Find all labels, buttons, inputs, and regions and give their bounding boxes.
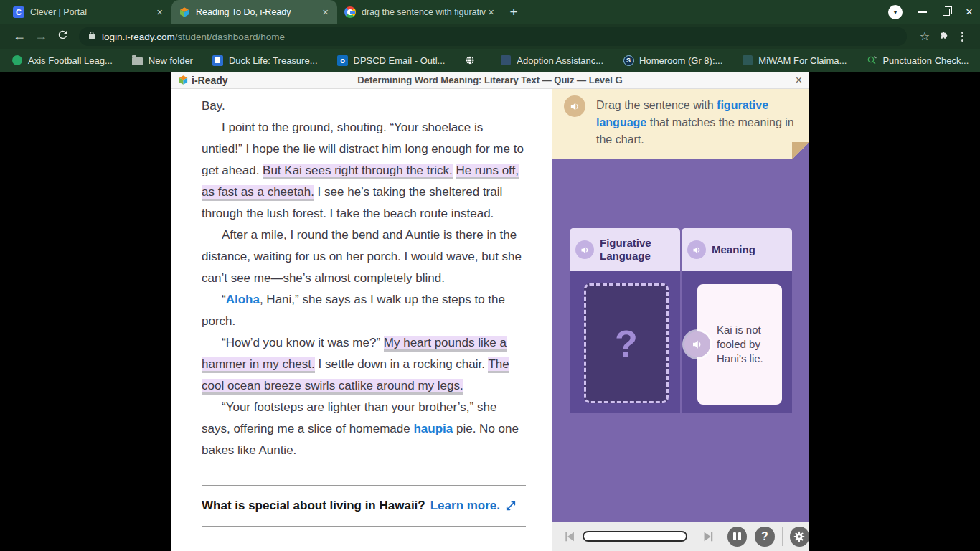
ducklife-favicon: [212, 55, 223, 66]
menu-dots-icon[interactable]: [953, 32, 971, 42]
passage-paragraph: “How’d you know it was me?” My heart pou…: [202, 332, 526, 397]
bookmarks-bar: Axis Football Leag...New folderDuck Life…: [0, 49, 980, 72]
forward-icon[interactable]: →: [30, 29, 52, 44]
url-host: login.i-ready.com: [102, 32, 175, 42]
help-button[interactable]: ?: [755, 527, 774, 547]
page-background: i-Ready Determining Word Meaning: Litera…: [0, 72, 980, 551]
window-close-icon[interactable]: ×: [966, 6, 973, 18]
reload-icon[interactable]: [52, 29, 73, 44]
browser-tab-0[interactable]: CClever | Portal×: [6, 0, 171, 24]
tab-close-icon[interactable]: ×: [321, 6, 330, 17]
passage-text: Bay.: [202, 99, 225, 113]
progress-bar[interactable]: [583, 531, 688, 542]
passage-paragraph: Bay.: [202, 95, 526, 117]
meaning-card-text: Kai is not fooled by Hani’s lie.: [717, 323, 782, 366]
passage-text: Kai,: [202, 89, 226, 90]
bookmark-label: Duck Life: Treasure...: [229, 55, 318, 66]
passage-text: I settle down in a rocking chair.: [315, 357, 489, 371]
expand-icon[interactable]: [505, 500, 517, 512]
tab-title: Reading To Do, i-Ready: [196, 7, 321, 17]
passage-text: “How’d you know it was me?”: [222, 336, 384, 349]
quiz-close-icon[interactable]: ×: [796, 75, 802, 86]
extensions-icon[interactable]: [934, 31, 953, 42]
new-tab-button[interactable]: +: [503, 0, 524, 24]
bookmark-item-7[interactable]: MiWAM For Claima...: [742, 55, 847, 66]
vocab-word[interactable]: Aloha: [226, 293, 260, 306]
schoology-favicon: S: [623, 55, 634, 66]
bookmark-item-4[interactable]: [464, 55, 481, 66]
bookmark-label: Axis Football Leag...: [28, 55, 113, 66]
bookmark-item-6[interactable]: SHomeroom (Gr 8):...: [623, 55, 722, 66]
instruction-note: Drag the sentence with figurative langua…: [552, 89, 809, 159]
vocab-word[interactable]: haupia: [413, 422, 453, 435]
bookmark-item-8[interactable]: Punctuation Check...: [866, 55, 969, 66]
skip-back-icon[interactable]: [561, 529, 577, 545]
bookmark-label: Homeroom (Gr 8):...: [639, 55, 722, 66]
column-label: Meaning: [712, 243, 755, 256]
settings-button[interactable]: [790, 527, 809, 547]
instruction-text: Drag the sentence with figurative langua…: [596, 99, 794, 146]
clever-favicon: C: [13, 6, 24, 18]
header-speaker-icon[interactable]: [687, 240, 706, 259]
reading-passage: Kai, taunts me as we race to our auntie …: [171, 89, 552, 551]
restore-icon[interactable]: [943, 9, 950, 16]
vocab-word[interactable]: taunts: [226, 89, 263, 90]
bookmark-label: Adoption Assistanc...: [517, 55, 603, 66]
bookmark-label: MiWAM For Claima...: [758, 55, 847, 66]
clipped-line: Kai, taunts me as we race to our auntie …: [202, 89, 526, 95]
card-speaker-icon[interactable]: [684, 331, 710, 357]
bookmark-label: New folder: [149, 55, 193, 66]
browser-tabs: CClever | Portal×Reading To Do, i-Ready×…: [6, 0, 503, 24]
bookmark-label: DPSCD Email - Outl...: [354, 55, 446, 66]
drop-zone[interactable]: ?: [584, 283, 669, 403]
magnifier-doc-icon: [866, 55, 877, 66]
placeholder-question-mark: ?: [615, 322, 638, 365]
bookmark-item-3[interactable]: oDPSCD Email - Outl...: [337, 55, 446, 66]
quiz-header: i-Ready Determining Word Meaning: Litera…: [171, 72, 809, 89]
passage-paragraph: “Aloha, Hani,” she says as I walk up the…: [202, 289, 526, 332]
minimize-icon[interactable]: [918, 11, 927, 13]
tab-close-icon[interactable]: ×: [155, 6, 164, 17]
chart-header-figurative: Figurative Language: [570, 228, 680, 271]
draggable-sentence[interactable]: But Kai sees right through the trick.: [263, 164, 453, 179]
screen: CClever | Portal×Reading To Do, i-Ready×…: [0, 0, 980, 551]
browser-tab-2[interactable]: drag the sentence with figurativ×: [337, 0, 503, 24]
browser-tab-1[interactable]: Reading To Do, i-Ready×: [171, 0, 337, 24]
figurative-language-chart: Figurative Language Meaning: [570, 228, 792, 413]
profile-chip-icon[interactable]: ▾: [888, 5, 903, 19]
bookmark-label: Punctuation Check...: [882, 55, 969, 66]
footer-question: What is special about living in Hawaii?: [202, 495, 425, 517]
tab-title: drag the sentence with figurativ: [362, 7, 486, 17]
learn-more-link[interactable]: Learn more.: [430, 495, 500, 517]
skip-forward-icon[interactable]: [702, 529, 717, 545]
bookmark-item-5[interactable]: Adoption Assistanc...: [500, 55, 603, 66]
google-favicon: [344, 6, 356, 18]
bookmark-item-1[interactable]: New folder: [132, 55, 193, 66]
bookmark-item-2[interactable]: Duck Life: Treasure...: [212, 55, 318, 66]
header-speaker-icon[interactable]: [575, 240, 594, 259]
figurative-cell: ?: [570, 271, 680, 413]
controls-divider: [782, 527, 783, 546]
tab-strip: CClever | Portal×Reading To Do, i-Ready×…: [0, 0, 980, 24]
passage-text: me as we race to our auntie house on Kān…: [263, 89, 525, 90]
bookmark-star-icon[interactable]: ☆: [915, 29, 934, 43]
iready-quiz-window: i-Ready Determining Word Meaning: Litera…: [171, 72, 809, 551]
tab-close-icon[interactable]: ×: [486, 6, 496, 17]
divider: [202, 526, 526, 527]
miwam-favicon: [743, 55, 753, 65]
browser-toolbar: ← → login.i-ready.com/student/dashboard/…: [0, 24, 980, 49]
bookmark-item-0[interactable]: Axis Football Leag...: [11, 55, 113, 66]
passage-paragraph: After a mile, I round the bend and Aunti…: [202, 225, 526, 289]
quiz-body: Kai, taunts me as we race to our auntie …: [171, 89, 809, 551]
passage-text: After a mile, I round the bend and Aunti…: [202, 228, 522, 285]
globe-icon: [464, 55, 476, 66]
folder-icon: [132, 57, 143, 65]
address-bar[interactable]: login.i-ready.com/student/dashboard/home: [79, 27, 907, 46]
pause-button[interactable]: [727, 527, 747, 547]
chart-header-meaning: Meaning: [682, 228, 792, 271]
instruction-speaker-icon[interactable]: [564, 95, 585, 117]
iready-favicon: [179, 6, 190, 18]
back-icon[interactable]: ←: [9, 29, 30, 44]
meaning-cell: Kai is not fooled by Hani’s lie.: [682, 271, 792, 413]
adoption-favicon: [501, 55, 511, 65]
